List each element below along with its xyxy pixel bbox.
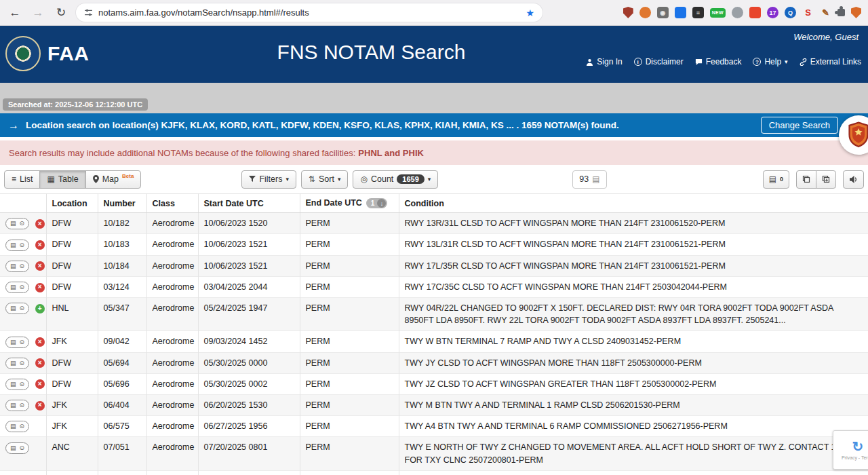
sort-button[interactable]: ⇅ Sort▾ bbox=[301, 170, 349, 189]
map-circle-icon[interactable]: ⊙ bbox=[20, 444, 25, 453]
copy-all-button[interactable] bbox=[816, 170, 836, 189]
map-circle-icon[interactable]: ⊙ bbox=[20, 401, 25, 410]
map-circle-icon[interactable]: ⊙ bbox=[20, 422, 25, 431]
notam-start-date-cell: 05/30/2025 0002 bbox=[198, 373, 300, 394]
url-text: notams.aim.faa.gov/notamSearch/nsapp.htm… bbox=[98, 7, 520, 18]
crest-shield-extension-icon[interactable] bbox=[851, 7, 861, 18]
notam-actions-pill[interactable]: ▤⊙ bbox=[5, 337, 29, 348]
table-view-button[interactable]: ▦Table bbox=[39, 170, 85, 189]
notam-actions-pill[interactable]: ▤⊙ bbox=[5, 303, 29, 314]
external-links-menu[interactable]: External Links bbox=[800, 57, 861, 66]
map-circle-icon[interactable]: ⊙ bbox=[20, 219, 25, 228]
notam-actions-pill[interactable]: ▤⊙ bbox=[5, 421, 29, 432]
map-circle-icon[interactable]: ⊙ bbox=[20, 359, 25, 368]
recaptcha-icon: ↻ bbox=[852, 440, 864, 453]
forward-icon[interactable]: → bbox=[30, 6, 46, 20]
column-header-end-date[interactable]: End Date UTC1↓ bbox=[300, 194, 399, 213]
feedback-link[interactable]: Feedback bbox=[695, 57, 742, 66]
red-square-extension-icon[interactable] bbox=[749, 7, 761, 18]
notam-actions-pill[interactable]: ▤⊙ bbox=[5, 358, 29, 369]
column-header-start-date[interactable]: Start Date UTC bbox=[198, 194, 300, 213]
document-icon[interactable]: ▤ bbox=[10, 359, 16, 368]
notam-end-date-cell: PERM bbox=[300, 234, 399, 255]
recaptcha-badge[interactable]: ↻ Privacy - Terms bbox=[833, 430, 868, 470]
document-icon[interactable]: ▤ bbox=[10, 444, 16, 453]
blue-person-extension-icon[interactable] bbox=[675, 7, 686, 18]
disclaimer-link[interactable]: i Disclaimer bbox=[634, 57, 684, 66]
notam-actions-pill[interactable]: ▤⊙ bbox=[5, 379, 29, 390]
recaptcha-terms[interactable]: Privacy - Terms bbox=[842, 455, 868, 460]
copy-button[interactable] bbox=[796, 170, 816, 189]
reload-icon[interactable]: ↻ bbox=[53, 5, 69, 20]
change-search-button[interactable]: Change Search bbox=[761, 117, 838, 134]
notam-table-row[interactable]: ▤⊙ ANC 07/052 Aerodrome 07/20/2025 0801 … bbox=[0, 470, 868, 475]
map-circle-icon[interactable]: ⊙ bbox=[20, 380, 25, 389]
document-icon[interactable]: ▤ bbox=[10, 219, 16, 228]
column-header-location[interactable]: Location bbox=[46, 194, 98, 213]
notam-table-row[interactable]: ▤⊙ × JFK 09/042 Aerodrome 09/03/2024 145… bbox=[0, 331, 868, 352]
map-circle-icon[interactable]: ⊙ bbox=[20, 241, 25, 250]
notam-actions-pill[interactable]: ▤⊙ bbox=[5, 400, 29, 411]
notam-table-row[interactable]: ▤⊙ × JFK 06/404 Aerodrome 06/20/2025 153… bbox=[0, 394, 868, 415]
notam-actions-pill[interactable]: ▤⊙ bbox=[5, 240, 29, 251]
notam-end-date-cell: PERM bbox=[300, 437, 399, 470]
notam-table-row[interactable]: ▤⊙ × DFW 05/696 Aerodrome 05/30/2025 000… bbox=[0, 373, 868, 394]
notam-table-row[interactable]: ▤⊙ + HNL 05/347 Aerodrome 05/24/2025 194… bbox=[0, 298, 868, 331]
purple-17-extension-icon[interactable]: 17 bbox=[767, 7, 778, 18]
dark-notes-extension-icon[interactable]: ≡ bbox=[692, 7, 704, 18]
column-header-class[interactable]: Class bbox=[146, 194, 198, 213]
sort-indicator[interactable]: 1↓ bbox=[366, 198, 388, 208]
map-circle-icon[interactable]: ⊙ bbox=[20, 262, 25, 271]
notam-status-icon: × bbox=[35, 379, 45, 389]
puzzle-extension-icon[interactable] bbox=[837, 9, 845, 16]
document-icon[interactable]: ▤ bbox=[10, 283, 16, 292]
gray-circle-extension-icon[interactable] bbox=[732, 7, 743, 18]
orange-figure-extension-icon[interactable] bbox=[639, 7, 651, 18]
notam-table-row[interactable]: ▤⊙ ANC 07/051 Aerodrome 07/20/2025 0801 … bbox=[0, 437, 868, 470]
document-icon[interactable]: ▤ bbox=[10, 380, 16, 389]
notam-table-row[interactable]: ▤⊙ × DFW 10/182 Aerodrome 10/06/2023 152… bbox=[0, 213, 868, 234]
help-menu[interactable]: ? Help ▾ bbox=[753, 57, 787, 66]
pencil-extension-icon[interactable]: ✎ bbox=[820, 7, 831, 18]
sign-in-link[interactable]: Sign In bbox=[586, 57, 622, 66]
map-circle-icon[interactable]: ⊙ bbox=[20, 283, 25, 292]
map-circle-icon[interactable]: ⊙ bbox=[20, 338, 25, 347]
camera-extension-icon[interactable]: ◉ bbox=[657, 7, 669, 18]
export-pdf-button[interactable]: ▤0 bbox=[763, 170, 789, 189]
list-view-button[interactable]: ≡List bbox=[4, 170, 40, 189]
notam-actions-pill[interactable]: ▤⊙ bbox=[5, 261, 29, 272]
document-icon[interactable]: ▤ bbox=[10, 304, 16, 313]
blue-q-extension-icon[interactable]: Q bbox=[785, 7, 796, 18]
shield-red-extension-icon[interactable] bbox=[623, 7, 633, 18]
document-icon[interactable]: ▤ bbox=[10, 422, 16, 431]
notam-table-row[interactable]: ▤⊙ × DFW 05/694 Aerodrome 05/30/2025 000… bbox=[0, 352, 868, 373]
map-circle-icon[interactable]: ⊙ bbox=[20, 304, 25, 313]
document-icon[interactable]: ▤ bbox=[10, 241, 16, 250]
document-icon[interactable]: ▤ bbox=[10, 401, 16, 410]
map-view-button[interactable]: MapBeta bbox=[85, 170, 142, 189]
notam-actions-pill[interactable]: ▤⊙ bbox=[5, 218, 29, 229]
notam-table-row[interactable]: ▤⊙ × DFW 10/184 Aerodrome 10/06/2023 152… bbox=[0, 255, 868, 276]
notam-table-row[interactable]: ▤⊙ JFK 06/575 Aerodrome 06/27/2025 1956 … bbox=[0, 416, 868, 437]
back-icon[interactable]: ← bbox=[7, 6, 23, 20]
notam-condition-cell: RWY 13L/31R CLSD TO ACFT WINGSPAN MORE T… bbox=[399, 234, 868, 255]
read-aloud-button[interactable] bbox=[843, 170, 864, 189]
s-letter-extension-icon[interactable]: S bbox=[802, 7, 814, 18]
bookmark-star-icon[interactable]: ★ bbox=[526, 7, 534, 18]
document-icon[interactable]: ▤ bbox=[10, 338, 16, 347]
notam-table-row[interactable]: ▤⊙ × DFW 10/183 Aerodrome 10/06/2023 152… bbox=[0, 234, 868, 255]
site-info-icon[interactable] bbox=[84, 8, 93, 17]
notam-actions-pill[interactable]: ▤⊙ bbox=[5, 282, 29, 293]
notam-table-row[interactable]: ▤⊙ × DFW 03/124 Aerodrome 03/04/2025 204… bbox=[0, 276, 868, 297]
notam-actions-pill[interactable]: ▤⊙ bbox=[5, 442, 29, 454]
column-header-number[interactable]: Number bbox=[98, 194, 146, 213]
notam-location-cell: DFW bbox=[46, 213, 98, 234]
page-count-box[interactable]: 93 ▤ bbox=[572, 170, 606, 189]
column-header-condition[interactable]: Condition bbox=[399, 194, 868, 213]
notam-number-cell: 07/051 bbox=[98, 437, 146, 470]
address-bar[interactable]: notams.aim.faa.gov/notamSearch/nsapp.htm… bbox=[76, 3, 542, 22]
new-badge-extension-icon[interactable]: NEW bbox=[710, 8, 726, 18]
document-icon[interactable]: ▤ bbox=[10, 262, 16, 271]
count-button[interactable]: ◎ Count 1659 ▾ bbox=[353, 170, 438, 189]
filters-button[interactable]: Filters▾ bbox=[241, 170, 296, 189]
